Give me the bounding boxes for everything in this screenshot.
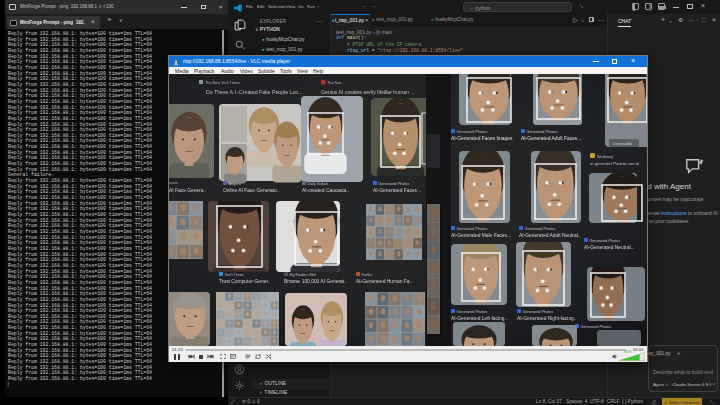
svg-text:usion: usion [169,181,178,185]
svg-text:Online AI Face Generato..: Online AI Face Generato.. [223,188,280,193]
svg-text:Browse 100,000 AI Generat..: Browse 100,000 AI Generat.. [284,279,347,284]
svg-text:Daily Sabah: Daily Sabah [308,182,328,186]
svg-text:Do These A.I.-Created Fake Peo: Do These A.I.-Created Fake People Loo... [206,89,303,95]
svg-text:Werbeaty: Werbeaty [597,155,613,159]
svg-text:AI-Generated Left-facing...: AI-Generated Left-facing... [451,316,509,321]
svg-text:My Modern Met: My Modern Met [290,273,317,277]
svg-text:Generated Photos: Generated Photos [525,227,556,231]
svg-text:Generated Photos: Generated Photos [457,227,488,231]
svg-text:Generated Photos: Generated Photos [379,182,410,186]
svg-text:AI-Generated Male Faces...: AI-Generated Male Faces... [451,233,511,238]
svg-text:Artguru: Artguru [229,182,241,186]
svg-text:AI-Generated Right-facing..: AI-Generated Right-facing.. [517,316,577,321]
svg-text:Generated Photos: Generated Photos [527,130,558,134]
svg-text:AI-Generated Neutral...: AI-Generated Neutral... [584,245,635,250]
svg-text:AI-Generated Adult Neutral..: AI-Generated Adult Neutral.. [519,233,580,238]
svg-text:AI-Generated Faces ..: AI-Generated Faces .. [373,188,421,193]
svg-text:Generated Photos: Generated Photos [523,310,554,314]
svg-text:Tech Times: Tech Times [225,273,244,277]
svg-text:Licensable: Licensable [613,141,633,146]
svg-text:The New York Times: The New York Times [205,81,240,85]
svg-text:AI-Generated Human Fa..: AI-Generated Human Fa.. [356,279,412,284]
svg-text:AI-Generated Faces Images: AI-Generated Faces Images [451,136,513,141]
svg-text:Generated Photos: Generated Photos [457,130,488,134]
svg-text:Genius AI creates eerily lifel: Genius AI creates eerily lifelike human … [321,89,415,95]
svg-text:AI-created Caucasia..: AI-created Caucasia.. [302,188,349,193]
svg-text:Generated Photos: Generated Photos [581,325,612,329]
svg-text:Generated Photos: Generated Photos [590,239,621,243]
svg-text:Trust Computer-Gener..: Trust Computer-Gener.. [219,279,270,284]
svg-text:ai generiert Porträt von d..: ai generiert Porträt von d.. [590,161,641,166]
svg-text:AI Face Genera..: AI Face Genera.. [169,188,206,193]
svg-text:Kottke: Kottke [362,273,373,277]
svg-text:The Sun: The Sun [327,81,341,85]
svg-text:Generated Photos: Generated Photos [457,310,488,314]
svg-text:AI-Generated Adult Faces...: AI-Generated Adult Faces... [521,136,581,141]
